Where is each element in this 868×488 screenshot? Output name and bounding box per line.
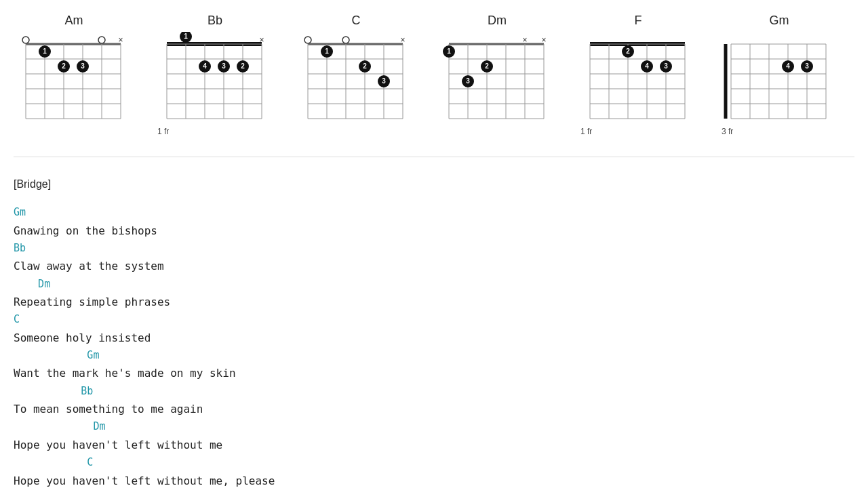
chord-marker: C — [14, 311, 854, 329]
fret-label: 3 fr — [719, 127, 733, 136]
chord-diagram — [296, 32, 416, 125]
chord-marker: Bb — [14, 240, 854, 258]
chord-diagram — [437, 32, 557, 125]
lyrics-container: GmGnawing on the bishopsBbClaw away at t… — [14, 204, 854, 488]
chord-marker: Bb — [14, 383, 854, 401]
section-label: [Bridge] — [14, 175, 854, 193]
chord-name: Gm — [770, 14, 789, 28]
lyrics-section: [Bridge] GmGnawing on the bishopsBbClaw … — [14, 168, 854, 488]
lyric-line: Hope you haven't left without me — [14, 436, 854, 454]
chord-diagram — [578, 32, 698, 125]
chord-marker: Gm — [14, 204, 854, 222]
chord-marker: Gm — [14, 347, 854, 365]
chord-am: Am — [14, 14, 134, 125]
lyric-line: Claw away at the system — [14, 257, 854, 275]
chord-marker: C — [14, 454, 854, 472]
chord-name: Am — [65, 14, 83, 28]
chord-diagram — [719, 32, 840, 125]
chord-marker: Dm — [14, 276, 854, 293]
chord-diagrams-row: AmBb1 frCDmF1 frGm3 fr — [14, 14, 854, 136]
chord-c: C — [296, 14, 416, 125]
chord-diagram — [14, 32, 134, 125]
chord-name: C — [352, 14, 361, 28]
chord-bb: Bb1 fr — [155, 14, 275, 136]
chord-dm: Dm — [437, 14, 557, 125]
chord-name: F — [635, 14, 642, 28]
chord-marker: Dm — [14, 418, 854, 436]
lyric-line: Someone holy insisted — [14, 329, 854, 347]
chord-f: F1 fr — [578, 14, 698, 136]
lyric-line: Repeating simple phrases — [14, 293, 854, 311]
lyric-line: Hope you haven't left without me, please — [14, 472, 854, 489]
chord-gm: Gm3 fr — [719, 14, 840, 136]
lyric-line: Want the mark he's made on my skin — [14, 364, 854, 382]
chord-name: Dm — [488, 14, 507, 28]
chord-diagram — [155, 32, 275, 125]
fret-label: 1 fr — [578, 127, 592, 136]
fret-label: 1 fr — [155, 127, 169, 136]
lyric-line: Gnawing on the bishops — [14, 222, 854, 240]
chord-name: Bb — [208, 14, 222, 28]
lyric-line: To mean something to me again — [14, 400, 854, 418]
main-container: AmBb1 frCDmF1 frGm3 fr [Bridge] GmGnawin… — [14, 14, 854, 488]
